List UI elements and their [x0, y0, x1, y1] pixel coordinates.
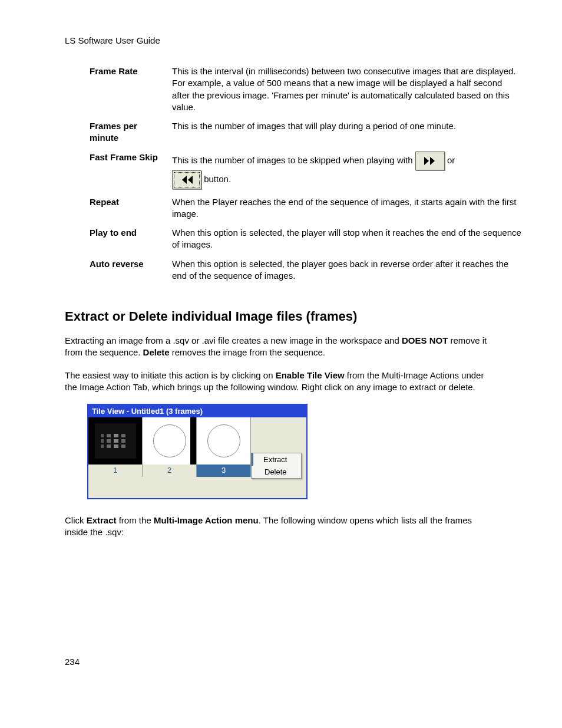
p3-b2: Multi-Image Action menu: [154, 515, 259, 525]
p3-t2: from the: [117, 515, 154, 525]
p1-t3: removes the image from the sequence.: [170, 347, 325, 357]
thumb-col-3[interactable]: 3: [197, 417, 251, 477]
thumb-num-3: 3: [197, 465, 251, 477]
term-play-to-end: Play to end: [90, 223, 172, 255]
p1-t1: Extracting an image from a .sqv or .avi …: [65, 335, 402, 345]
thumbnail-3[interactable]: [197, 417, 251, 465]
ffs-text-mid: or: [447, 154, 455, 164]
paragraph-3: Click Extract from the Multi-Image Actio…: [65, 515, 497, 539]
thumbnail-1[interactable]: [88, 417, 143, 465]
desc-frame-rate: This is the interval (in milliseconds) b…: [172, 62, 522, 117]
desc-frames-per-minute: This is the number of images that will p…: [172, 117, 522, 148]
paragraph-1: Extracting an image from a .sqv or .avi …: [65, 335, 497, 359]
thumb-num-2: 2: [143, 465, 197, 477]
p3-b1: Extract: [87, 515, 117, 525]
term-frames-per-minute: Frames per minute: [90, 117, 172, 148]
desc-fast-frame-skip: This is the number of images to be skipp…: [172, 148, 522, 193]
p2-t1: The easiest way to initiate this action …: [65, 370, 276, 380]
thumb-num-1: 1: [88, 465, 143, 477]
term-auto-reverse: Auto reverse: [90, 255, 172, 286]
ffs-text-post: button.: [204, 173, 231, 183]
desc-auto-reverse: When this option is selected, the player…: [172, 255, 522, 286]
p1-b1: DOES NOT: [402, 335, 448, 345]
page-header: LS Software User Guide: [65, 35, 497, 45]
thumb-col-1[interactable]: 1: [88, 417, 143, 477]
term-fast-frame-skip: Fast Frame Skip: [90, 148, 172, 193]
fast-forward-icon[interactable]: [415, 151, 445, 170]
page-number: 234: [65, 657, 497, 667]
term-frame-rate: Frame Rate: [90, 62, 172, 117]
p3-t1: Click: [65, 515, 87, 525]
ffs-text-pre: This is the number of images to be skipp…: [172, 154, 415, 164]
term-repeat: Repeat: [90, 193, 172, 224]
ctx-extract[interactable]: Extract: [252, 453, 301, 466]
thumb-col-2[interactable]: 2: [143, 417, 197, 477]
tile-view-window: Tile View - Untitled1 (3 frames) 1 2 3 E…: [87, 404, 308, 499]
ctx-delete[interactable]: Delete: [252, 466, 301, 478]
desc-play-to-end: When this option is selected, the player…: [172, 223, 522, 255]
p1-b2: Delete: [143, 347, 170, 357]
desc-repeat: When the Player reaches the end of the s…: [172, 193, 522, 224]
paragraph-2: The easiest way to initiate this action …: [65, 370, 497, 394]
context-menu: Extract Delete: [251, 453, 302, 479]
tile-view-titlebar: Tile View - Untitled1 (3 frames): [88, 405, 306, 417]
fast-rewind-icon[interactable]: [172, 170, 201, 189]
definitions-table: Frame Rate This is the interval (in mill…: [90, 62, 522, 285]
thumbnail-2[interactable]: [143, 417, 197, 465]
section-heading: Extract or Delete individual Image files…: [65, 309, 497, 324]
p2-b1: Enable Tile View: [276, 370, 345, 380]
